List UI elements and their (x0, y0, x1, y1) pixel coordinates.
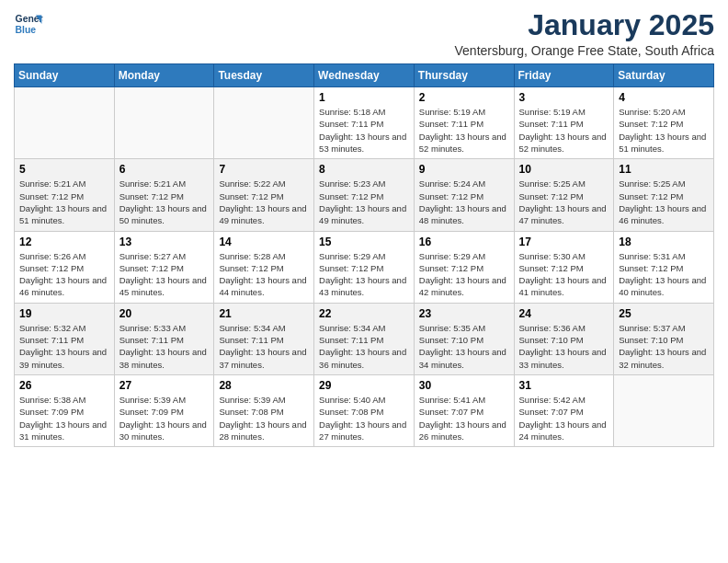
day-number: 17 (519, 236, 609, 248)
day-info: Sunrise: 5:38 AM Sunset: 7:09 PM Dayligh… (19, 394, 109, 442)
calendar-cell: 10Sunrise: 5:25 AM Sunset: 7:12 PM Dayli… (514, 159, 614, 231)
calendar-cell (614, 374, 714, 446)
calendar-cell: 18Sunrise: 5:31 AM Sunset: 7:12 PM Dayli… (614, 231, 714, 303)
day-number: 19 (19, 307, 109, 320)
calendar-cell: 29Sunrise: 5:40 AM Sunset: 7:08 PM Dayli… (314, 374, 415, 446)
day-info: Sunrise: 5:35 AM Sunset: 7:10 PM Dayligh… (419, 322, 509, 371)
day-info: Sunrise: 5:33 AM Sunset: 7:11 PM Dayligh… (119, 322, 210, 371)
day-number: 1 (319, 91, 409, 104)
day-number: 16 (419, 236, 509, 248)
day-info: Sunrise: 5:20 AM Sunset: 7:12 PM Dayligh… (619, 106, 709, 155)
day-number: 6 (119, 163, 210, 176)
calendar-cell: 16Sunrise: 5:29 AM Sunset: 7:12 PM Dayli… (414, 231, 514, 303)
day-info: Sunrise: 5:22 AM Sunset: 7:12 PM Dayligh… (219, 178, 309, 226)
day-number: 2 (419, 91, 509, 104)
calendar-cell: 11Sunrise: 5:25 AM Sunset: 7:12 PM Dayli… (614, 159, 714, 231)
day-number: 31 (519, 379, 609, 392)
day-number: 10 (519, 163, 609, 176)
calendar-cell: 8Sunrise: 5:23 AM Sunset: 7:12 PM Daylig… (314, 159, 415, 231)
day-info: Sunrise: 5:41 AM Sunset: 7:07 PM Dayligh… (419, 394, 509, 442)
day-number: 26 (19, 379, 109, 392)
calendar-cell: 6Sunrise: 5:21 AM Sunset: 7:12 PM Daylig… (114, 159, 214, 231)
day-number: 23 (419, 307, 509, 320)
day-info: Sunrise: 5:19 AM Sunset: 7:11 PM Dayligh… (519, 106, 609, 155)
day-info: Sunrise: 5:40 AM Sunset: 7:08 PM Dayligh… (319, 394, 409, 442)
day-info: Sunrise: 5:42 AM Sunset: 7:07 PM Dayligh… (519, 394, 609, 442)
day-number: 13 (119, 236, 210, 248)
day-number: 4 (619, 91, 709, 104)
day-info: Sunrise: 5:31 AM Sunset: 7:12 PM Dayligh… (619, 250, 709, 299)
calendar-cell: 17Sunrise: 5:30 AM Sunset: 7:12 PM Dayli… (514, 231, 614, 303)
day-info: Sunrise: 5:32 AM Sunset: 7:11 PM Dayligh… (19, 322, 109, 371)
day-number: 7 (219, 163, 309, 176)
day-number: 24 (519, 307, 609, 320)
day-number: 22 (319, 307, 409, 320)
day-info: Sunrise: 5:39 AM Sunset: 7:09 PM Dayligh… (119, 394, 210, 442)
day-number: 12 (19, 236, 109, 248)
day-number: 5 (19, 163, 109, 176)
calendar-cell: 1Sunrise: 5:18 AM Sunset: 7:11 PM Daylig… (314, 87, 415, 159)
calendar-cell: 15Sunrise: 5:29 AM Sunset: 7:12 PM Dayli… (314, 231, 415, 303)
day-header-thursday: Thursday (414, 64, 514, 87)
day-number: 18 (619, 236, 709, 248)
day-header-tuesday: Tuesday (214, 64, 314, 87)
calendar-week-row: 26Sunrise: 5:38 AM Sunset: 7:09 PM Dayli… (15, 374, 714, 446)
day-info: Sunrise: 5:23 AM Sunset: 7:12 PM Dayligh… (319, 178, 409, 226)
calendar-cell: 22Sunrise: 5:34 AM Sunset: 7:11 PM Dayli… (314, 303, 415, 374)
calendar-cell (15, 87, 115, 159)
calendar-header-row: SundayMondayTuesdayWednesdayThursdayFrid… (15, 64, 714, 87)
calendar-cell: 20Sunrise: 5:33 AM Sunset: 7:11 PM Dayli… (114, 303, 214, 374)
calendar-cell: 25Sunrise: 5:37 AM Sunset: 7:10 PM Dayli… (614, 303, 714, 374)
calendar-cell: 21Sunrise: 5:34 AM Sunset: 7:11 PM Dayli… (214, 303, 314, 374)
day-header-friday: Friday (514, 64, 614, 87)
calendar-cell: 12Sunrise: 5:26 AM Sunset: 7:12 PM Dayli… (15, 231, 115, 303)
day-info: Sunrise: 5:21 AM Sunset: 7:12 PM Dayligh… (119, 178, 210, 226)
calendar-cell: 28Sunrise: 5:39 AM Sunset: 7:08 PM Dayli… (214, 374, 314, 446)
calendar-week-row: 1Sunrise: 5:18 AM Sunset: 7:11 PM Daylig… (15, 87, 714, 159)
calendar-cell: 2Sunrise: 5:19 AM Sunset: 7:11 PM Daylig… (414, 87, 514, 159)
day-number: 8 (319, 163, 409, 176)
calendar-cell: 26Sunrise: 5:38 AM Sunset: 7:09 PM Dayli… (15, 374, 115, 446)
calendar-week-row: 19Sunrise: 5:32 AM Sunset: 7:11 PM Dayli… (15, 303, 714, 374)
day-info: Sunrise: 5:37 AM Sunset: 7:10 PM Dayligh… (619, 322, 709, 371)
day-number: 21 (219, 307, 309, 320)
calendar-cell: 13Sunrise: 5:27 AM Sunset: 7:12 PM Dayli… (114, 231, 214, 303)
calendar-cell: 14Sunrise: 5:28 AM Sunset: 7:12 PM Dayli… (214, 231, 314, 303)
day-info: Sunrise: 5:29 AM Sunset: 7:12 PM Dayligh… (319, 250, 409, 299)
day-info: Sunrise: 5:19 AM Sunset: 7:11 PM Dayligh… (419, 106, 509, 155)
calendar-cell: 19Sunrise: 5:32 AM Sunset: 7:11 PM Dayli… (15, 303, 115, 374)
calendar-cell: 30Sunrise: 5:41 AM Sunset: 7:07 PM Dayli… (414, 374, 514, 446)
day-header-sunday: Sunday (15, 64, 115, 87)
day-info: Sunrise: 5:27 AM Sunset: 7:12 PM Dayligh… (119, 250, 210, 299)
day-info: Sunrise: 5:24 AM Sunset: 7:12 PM Dayligh… (419, 178, 509, 226)
calendar-cell: 23Sunrise: 5:35 AM Sunset: 7:10 PM Dayli… (414, 303, 514, 374)
calendar-cell: 4Sunrise: 5:20 AM Sunset: 7:12 PM Daylig… (614, 87, 714, 159)
calendar-cell (114, 87, 214, 159)
day-info: Sunrise: 5:26 AM Sunset: 7:12 PM Dayligh… (19, 250, 109, 299)
day-info: Sunrise: 5:34 AM Sunset: 7:11 PM Dayligh… (319, 322, 409, 371)
calendar-cell: 24Sunrise: 5:36 AM Sunset: 7:10 PM Dayli… (514, 303, 614, 374)
day-number: 30 (419, 379, 509, 392)
day-number: 14 (219, 236, 309, 248)
calendar-cell: 7Sunrise: 5:22 AM Sunset: 7:12 PM Daylig… (214, 159, 314, 231)
day-info: Sunrise: 5:30 AM Sunset: 7:12 PM Dayligh… (519, 250, 609, 299)
day-info: Sunrise: 5:25 AM Sunset: 7:12 PM Dayligh… (519, 178, 609, 226)
location-title: Ventersburg, Orange Free State, South Af… (455, 43, 715, 58)
day-number: 28 (219, 379, 309, 392)
calendar-cell: 31Sunrise: 5:42 AM Sunset: 7:07 PM Dayli… (514, 374, 614, 446)
header: General Blue January 2025 Ventersburg, O… (14, 9, 714, 58)
day-number: 15 (319, 236, 409, 248)
calendar-week-row: 5Sunrise: 5:21 AM Sunset: 7:12 PM Daylig… (15, 159, 714, 231)
day-info: Sunrise: 5:18 AM Sunset: 7:11 PM Dayligh… (319, 106, 409, 155)
logo-icon: General Blue (14, 9, 43, 39)
day-number: 9 (419, 163, 509, 176)
day-number: 11 (619, 163, 709, 176)
day-header-wednesday: Wednesday (314, 64, 415, 87)
day-number: 27 (119, 379, 210, 392)
calendar: SundayMondayTuesdayWednesdayThursdayFrid… (14, 63, 714, 447)
calendar-cell: 9Sunrise: 5:24 AM Sunset: 7:12 PM Daylig… (414, 159, 514, 231)
calendar-cell: 27Sunrise: 5:39 AM Sunset: 7:09 PM Dayli… (114, 374, 214, 446)
day-info: Sunrise: 5:34 AM Sunset: 7:11 PM Dayligh… (219, 322, 309, 371)
day-info: Sunrise: 5:39 AM Sunset: 7:08 PM Dayligh… (219, 394, 309, 442)
day-number: 25 (619, 307, 709, 320)
